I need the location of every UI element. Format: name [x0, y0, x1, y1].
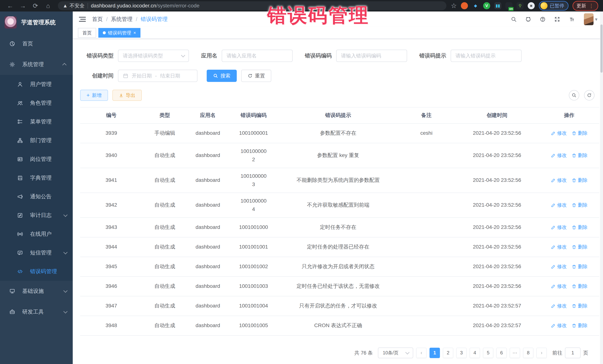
delete-link[interactable]: 删除	[572, 176, 588, 184]
user-avatar[interactable]	[584, 13, 593, 25]
sidebar-item-14[interactable]: 研发工具	[0, 302, 73, 322]
logo-row[interactable]: 芋道管理系统	[0, 11, 73, 33]
error-hint-input[interactable]: 请输入错误码提示	[451, 50, 522, 62]
page-button-8[interactable]: 8	[523, 348, 533, 358]
sidebar-item-4[interactable]: 菜单管理	[0, 112, 73, 131]
delete-link[interactable]: 删除	[572, 282, 588, 290]
sidebar-item-5[interactable]: 部门管理	[0, 131, 73, 150]
extension-icon[interactable]	[505, 2, 512, 9]
edit-link[interactable]: 修改	[551, 302, 567, 310]
breadcrumb-home[interactable]: 首页	[92, 16, 103, 23]
page-button-2[interactable]: 2	[443, 348, 453, 358]
puzzle-extensions-icon[interactable]: ■	[528, 2, 535, 9]
sidebar-item-10[interactable]: 在线用户	[0, 225, 73, 243]
date-range-picker[interactable]: 开始日期 - 结束日期	[118, 70, 197, 82]
close-icon[interactable]: ×	[133, 30, 136, 35]
edit-link[interactable]: 修改	[551, 152, 567, 159]
start-date-input[interactable]: 开始日期	[132, 72, 152, 79]
extension-icon[interactable]: V	[483, 2, 490, 9]
page-button-4[interactable]: 4	[470, 348, 480, 358]
search-button[interactable]: 搜索	[207, 70, 237, 82]
page-button-6[interactable]: 6	[496, 348, 507, 358]
sidebar-item-7[interactable]: 字典管理	[0, 168, 73, 187]
browser-update-button[interactable]: 更新 ⋮	[573, 1, 598, 11]
help-icon[interactable]	[539, 16, 546, 23]
prev-page-button[interactable]: ‹	[416, 348, 427, 358]
extension-icon[interactable]: ▮▮	[494, 2, 501, 9]
delete-link[interactable]: 删除	[572, 322, 588, 330]
scrollbar-thumb[interactable]	[600, 24, 603, 73]
add-button[interactable]: + 新增	[80, 90, 108, 101]
error-code-input[interactable]: 请输入错误码编码	[336, 50, 407, 62]
security-chip[interactable]: ▲ 不安全	[63, 2, 85, 9]
reset-button[interactable]: 重置	[241, 70, 271, 82]
edit-link[interactable]: 修改	[551, 129, 567, 137]
delete-link[interactable]: 删除	[572, 201, 588, 209]
edit-link[interactable]: 修改	[551, 282, 567, 290]
fullscreen-icon[interactable]	[554, 16, 561, 23]
breadcrumb-system[interactable]: 系统管理	[111, 16, 132, 23]
page-button-3[interactable]: 3	[456, 348, 467, 358]
sidebar-item-12[interactable]: 错误码管理	[0, 262, 73, 281]
page-size-select[interactable]: 10条/页	[378, 348, 413, 358]
edit-link[interactable]: 修改	[551, 176, 567, 184]
user-icon	[16, 81, 24, 87]
next-page-button[interactable]: ›	[536, 348, 547, 358]
menu-kebab-icon[interactable]: ⋮	[589, 3, 594, 9]
forward-icon[interactable]: →	[17, 1, 28, 10]
sidebar-item-9[interactable]: 审计日志	[0, 206, 73, 225]
bookmark-star-icon[interactable]: ☆	[451, 2, 457, 10]
scrollbar[interactable]	[600, 11, 603, 364]
home-icon[interactable]: ⌂	[43, 1, 53, 10]
caret-down-icon[interactable]: ▾	[595, 16, 597, 22]
edit-link[interactable]: 修改	[551, 223, 567, 231]
edit-link[interactable]: 修改	[551, 263, 567, 271]
browser-profile-chip[interactable]: 已暂停	[539, 1, 568, 11]
edit-link[interactable]: 修改	[551, 322, 567, 330]
extension-icon[interactable]: ◆	[472, 2, 479, 9]
extension-icon[interactable]	[461, 2, 468, 9]
sidebar-item-2[interactable]: 用户管理	[0, 75, 73, 94]
edit-link[interactable]: 修改	[551, 201, 567, 209]
delete-link[interactable]: 删除	[572, 152, 588, 159]
page-button-1[interactable]: 1	[429, 348, 440, 358]
cell-remark	[398, 265, 455, 268]
hamburger-icon[interactable]	[78, 15, 86, 23]
github-icon[interactable]	[524, 16, 532, 23]
page-ellipsis[interactable]: ···	[510, 348, 520, 358]
sidebar-item-label: 审计日志	[30, 212, 63, 219]
tab-error-code[interactable]: 错误码管理 ×	[98, 28, 140, 38]
refresh-button[interactable]	[584, 90, 594, 100]
back-icon[interactable]: ←	[5, 1, 16, 10]
app-name-input[interactable]: 请输入应用名	[222, 50, 293, 62]
extension-icon[interactable]: ⚲	[517, 2, 524, 9]
toggle-search-button[interactable]	[569, 90, 579, 100]
tab-home[interactable]: 首页	[78, 28, 96, 38]
delete-link[interactable]: 删除	[572, 223, 588, 231]
sidebar-item-6[interactable]: 岗位管理	[0, 150, 73, 168]
error-type-select[interactable]: 请选择错误码类型	[118, 50, 189, 62]
font-size-icon[interactable]	[568, 16, 575, 23]
edit-link[interactable]: 修改	[551, 243, 567, 251]
address-bar[interactable]: ▲ 不安全 dashboard.yudao.iocoder.cn/system/…	[58, 1, 446, 10]
sidebar-item-13[interactable]: 基础设施	[0, 281, 73, 302]
sidebar-item-3[interactable]: 角色管理	[0, 94, 73, 112]
delete-link[interactable]: 删除	[572, 302, 588, 310]
security-label: 不安全	[70, 2, 85, 9]
column-header: 备注	[398, 108, 455, 123]
page-button-5[interactable]: 5	[483, 348, 493, 358]
cell-code: 1001001000	[229, 222, 278, 233]
sidebar-item-1[interactable]: 系统管理	[0, 54, 73, 75]
reload-icon[interactable]: ⟳	[30, 1, 41, 10]
sidebar-item-0[interactable]: 首页	[0, 33, 73, 54]
sidebar-item-11[interactable]: 短信管理	[0, 243, 73, 262]
end-date-input[interactable]: 结束日期	[160, 72, 180, 79]
delete-link[interactable]: 删除	[572, 263, 588, 271]
delete-link[interactable]: 删除	[572, 243, 588, 251]
extensions-row: ☆ ◆ V ▮▮ ⚲ ■ 已暂停 更新 ⋮	[451, 1, 598, 11]
delete-link[interactable]: 删除	[572, 129, 588, 137]
sidebar-item-8[interactable]: 通知公告	[0, 187, 73, 206]
search-icon[interactable]	[510, 16, 517, 23]
export-button[interactable]: 导出	[112, 90, 142, 101]
goto-page-input[interactable]: 1	[565, 348, 580, 358]
